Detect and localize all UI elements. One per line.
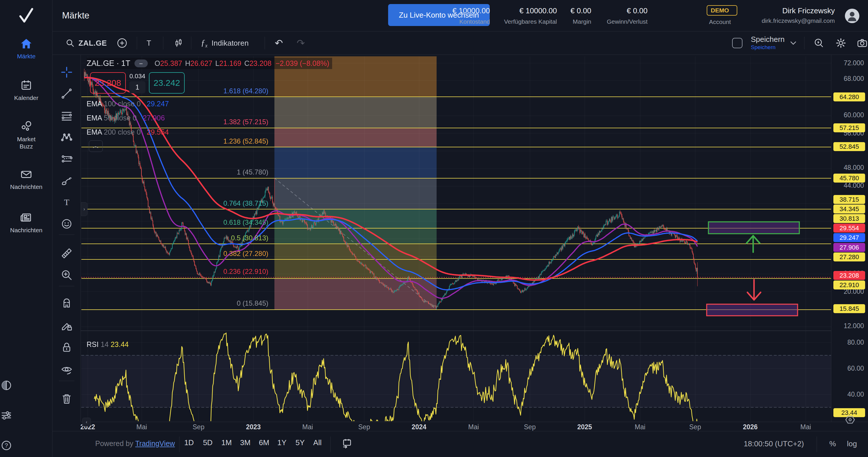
watchlist-expand-handle[interactable]: › bbox=[81, 202, 87, 216]
tool-xabcd-pattern[interactable] bbox=[60, 131, 73, 144]
timeframe-1d[interactable]: 1D bbox=[184, 438, 194, 447]
scale-settings-icon[interactable] bbox=[844, 414, 856, 426]
search-icon bbox=[65, 38, 75, 48]
axis-price-tag: 15.845 bbox=[833, 304, 865, 313]
user-name: Dirk Friczewsky bbox=[690, 6, 835, 15]
timeframe-1y[interactable]: 1Y bbox=[277, 438, 286, 447]
quantity-stepper[interactable]: 1 bbox=[129, 81, 146, 93]
tool-emoji[interactable] bbox=[60, 218, 73, 230]
tool-trend-line[interactable] bbox=[60, 87, 73, 100]
sidebar-item-calendar[interactable]: Kalender bbox=[0, 79, 53, 102]
compare-add-button[interactable] bbox=[117, 31, 128, 55]
trading-app: Märkte Kalender MarketBuzz Nachrichten N… bbox=[0, 0, 868, 457]
price-axis[interactable]: 72.00068.00060.00056.00048.00044.00024.0… bbox=[831, 55, 868, 422]
contrast-button[interactable] bbox=[0, 379, 53, 392]
timeframe-all[interactable]: All bbox=[313, 438, 322, 447]
tool-fib-retracement[interactable] bbox=[60, 109, 73, 122]
go-to-date-button[interactable] bbox=[341, 438, 352, 449]
toolbar-divider bbox=[59, 286, 74, 286]
axis-price-tag: 34.345 bbox=[833, 204, 865, 213]
sidebar-item-label: Nachrichten bbox=[10, 183, 42, 190]
legend-visibility-toggle[interactable]: – bbox=[134, 59, 148, 67]
axis-price-tick: 44.000 bbox=[844, 182, 864, 190]
save-button[interactable]: Speichern Speichern bbox=[751, 31, 785, 55]
buy-ask-button[interactable]: 23.242 bbox=[149, 72, 185, 94]
ruler-icon bbox=[60, 247, 73, 260]
indicators-button[interactable]: ƒx Indikatoren bbox=[201, 31, 249, 55]
symbol-search[interactable]: ZAL.GE bbox=[65, 31, 107, 55]
help-icon: ? bbox=[0, 439, 13, 452]
indicators-label: Indikatoren bbox=[212, 39, 249, 48]
tool-eye[interactable] bbox=[60, 363, 73, 376]
tool-ruler[interactable] bbox=[60, 247, 73, 260]
time-axis[interactable]: 2022MaiSep2023MaiSep2024MaiSep2025MaiSep… bbox=[81, 422, 868, 431]
timeframe-5y[interactable]: 5Y bbox=[296, 438, 305, 447]
axis-time-tick: 2025 bbox=[577, 423, 592, 431]
tool-zoom-in[interactable] bbox=[60, 269, 73, 281]
percent-scale-button[interactable]: % bbox=[829, 439, 836, 448]
page-title: Märkte bbox=[62, 10, 89, 21]
sidebar-item-mail[interactable]: Nachrichten bbox=[0, 168, 53, 190]
save-menu-caret[interactable] bbox=[790, 31, 797, 55]
plus-circle-icon bbox=[117, 37, 128, 49]
session-clock[interactable]: 18:00:50 (UTC+2) bbox=[735, 439, 804, 448]
sidebar-item-news[interactable]: Nachrichten bbox=[0, 211, 53, 234]
sell-bid-button[interactable]: 23.208 bbox=[90, 72, 126, 94]
symbol-label: ZAL.GE bbox=[79, 39, 107, 48]
undo-button[interactable]: ↶ bbox=[275, 31, 283, 55]
tool-lock[interactable] bbox=[60, 341, 73, 353]
powered-by-text: Powered by bbox=[95, 439, 133, 448]
timeframe-6m[interactable]: 6M bbox=[259, 438, 269, 447]
rsi-name: RSI bbox=[87, 340, 99, 348]
tool-magnet[interactable] bbox=[60, 297, 73, 310]
axis-price-tick: 60.00 bbox=[847, 365, 864, 372]
redo-button[interactable]: ↷ bbox=[297, 31, 305, 55]
legend-collapse-button[interactable]: ︿ bbox=[89, 140, 103, 152]
timeline-collapse-handle[interactable]: ‹ bbox=[82, 418, 91, 426]
home-icon bbox=[20, 37, 33, 50]
interval-button[interactable]: T bbox=[147, 31, 151, 55]
save-label: Speichern bbox=[751, 35, 785, 43]
axis-price-tick: 12.000 bbox=[844, 322, 864, 330]
timeframe-5d[interactable]: 5D bbox=[203, 438, 212, 447]
axis-time-tick: Sep bbox=[524, 423, 536, 431]
zoom-in-icon bbox=[60, 269, 73, 281]
chart-style-button[interactable] bbox=[173, 31, 184, 55]
brand-logo[interactable] bbox=[0, 0, 53, 31]
powered-by: Powered by TradingView bbox=[95, 439, 175, 448]
axis-time-tick: Sep bbox=[359, 423, 370, 431]
sidebar-item-bubbles[interactable]: MarketBuzz bbox=[0, 120, 53, 150]
axis-price-tag: 29.554 bbox=[833, 224, 865, 232]
tool-trash[interactable] bbox=[60, 392, 73, 405]
magnet-icon bbox=[60, 297, 73, 310]
log-scale-button[interactable]: log bbox=[847, 439, 857, 448]
quick-search-button[interactable] bbox=[813, 31, 824, 55]
tool-forecast[interactable] bbox=[60, 152, 73, 165]
axis-price-tag: 52.845 bbox=[833, 142, 865, 151]
layout-checkbox[interactable] bbox=[732, 38, 742, 48]
axis-price-tag: 38.715 bbox=[833, 195, 865, 204]
app-sidebar: Märkte Kalender MarketBuzz Nachrichten N… bbox=[0, 0, 53, 457]
timeframe-1m[interactable]: 1M bbox=[221, 438, 232, 447]
save-sub-label: Speichern bbox=[751, 45, 785, 50]
avatar[interactable] bbox=[844, 8, 860, 24]
screenshot-button[interactable] bbox=[857, 31, 868, 55]
help-button[interactable]: ? bbox=[0, 439, 53, 452]
svg-text:?: ? bbox=[5, 442, 8, 449]
tool-draw-lock[interactable] bbox=[60, 319, 73, 332]
timeframe-3m[interactable]: 3M bbox=[240, 438, 250, 447]
axis-price-tick: 80.00 bbox=[847, 339, 864, 346]
axis-price-tag: 64.280 bbox=[833, 92, 865, 102]
tool-brush[interactable] bbox=[60, 174, 73, 187]
tool-text[interactable]: T bbox=[60, 196, 73, 208]
sliders-button[interactable] bbox=[0, 409, 53, 422]
bottom-bar: Powered by TradingView 1D5D1M3M6M1Y5YAll… bbox=[53, 431, 868, 457]
tool-crosshair[interactable] bbox=[60, 66, 73, 79]
axis-time-tick: 2024 bbox=[411, 423, 426, 431]
sidebar-item-home[interactable]: Märkte bbox=[0, 37, 53, 60]
camera-icon bbox=[857, 37, 868, 49]
forecast-icon bbox=[60, 152, 73, 165]
axis-price-tag: 45.780 bbox=[833, 174, 865, 182]
tradingview-link[interactable]: TradingView bbox=[135, 439, 175, 448]
settings-button[interactable] bbox=[835, 31, 847, 55]
